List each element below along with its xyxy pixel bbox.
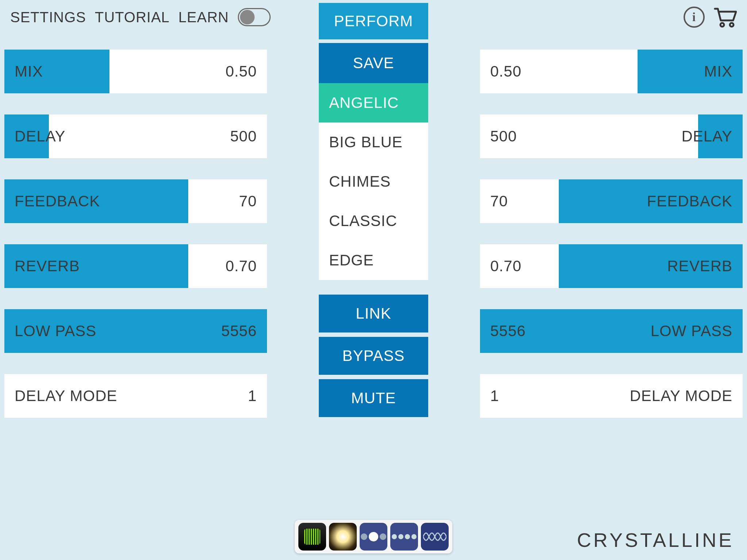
param-value: 0.50 (53, 63, 267, 80)
info-icon[interactable]: i (684, 7, 705, 28)
app-icon-1[interactable] (298, 523, 326, 551)
param-value: 70 (110, 192, 267, 210)
param-value: 1 (480, 387, 619, 405)
param-value: 0.50 (480, 63, 694, 80)
app-icon-2[interactable] (329, 523, 357, 551)
app-icon-bar (295, 520, 452, 553)
param-label: REVERB (4, 257, 90, 275)
param-mix[interactable]: MIX0.50 (4, 50, 267, 93)
param-feedback[interactable]: FEEDBACK70 (480, 179, 743, 223)
learn-button[interactable]: LEARN (178, 9, 229, 26)
preset-classic[interactable]: CLASSIC (319, 201, 428, 241)
app-icon-4[interactable] (390, 523, 418, 551)
param-feedback[interactable]: FEEDBACK70 (4, 179, 267, 223)
perform-button[interactable]: PERFORM (319, 3, 428, 39)
param-delay-mode[interactable]: DELAY MODE1 (480, 374, 743, 418)
param-mix[interactable]: MIX0.50 (480, 50, 743, 93)
param-delay-mode[interactable]: DELAY MODE1 (4, 374, 267, 418)
preset-edge[interactable]: EDGE (319, 241, 428, 280)
param-value: 70 (480, 192, 637, 210)
param-low-pass[interactable]: LOW PASS5556 (480, 309, 743, 353)
param-label: DELAY (671, 128, 743, 145)
learn-toggle[interactable] (238, 8, 271, 26)
mute-button[interactable]: MUTE (319, 379, 428, 417)
param-label: MIX (694, 63, 743, 80)
center-column: PERFORM SAVE ANGELICBIG BLUECHIMESCLASSI… (319, 3, 428, 421)
param-reverb[interactable]: REVERB0.70 (480, 244, 743, 288)
preset-list: ANGELICBIG BLUECHIMESCLASSICEDGE (319, 83, 428, 280)
param-value: 0.70 (480, 257, 657, 275)
control-buttons: LINK BYPASS MUTE (319, 295, 428, 421)
link-button[interactable]: LINK (319, 295, 428, 332)
param-delay[interactable]: DELAY500 (480, 114, 743, 158)
param-label: DELAY (4, 128, 76, 145)
bypass-button[interactable]: BYPASS (319, 337, 428, 375)
param-reverb[interactable]: REVERB0.70 (4, 244, 267, 288)
app-name-label: CRYSTALLINE (577, 529, 734, 551)
app-icon-5[interactable] (421, 523, 449, 551)
tutorial-button[interactable]: TUTORIAL (95, 9, 170, 26)
right-params-column: MIX0.50DELAY500FEEDBACK70REVERB0.70LOW P… (480, 32, 743, 418)
param-label: LOW PASS (640, 322, 743, 340)
param-label: DELAY MODE (4, 387, 128, 405)
toggle-knob (240, 10, 255, 24)
svg-point-1 (730, 23, 734, 27)
param-label: DELAY MODE (619, 387, 743, 405)
param-value: 500 (480, 128, 671, 145)
left-params-column: MIX0.50DELAY500FEEDBACK70REVERB0.70LOW P… (4, 32, 267, 418)
preset-chimes[interactable]: CHIMES (319, 162, 428, 201)
settings-button[interactable]: SETTINGS (10, 9, 86, 26)
param-value: 500 (76, 128, 267, 145)
preset-big-blue[interactable]: BIG BLUE (319, 122, 428, 162)
param-label: REVERB (657, 257, 743, 275)
param-label: MIX (4, 63, 53, 80)
param-label: LOW PASS (4, 322, 107, 340)
param-value: 1 (128, 387, 267, 405)
param-value: 0.70 (90, 257, 267, 275)
save-button[interactable]: SAVE (319, 43, 428, 83)
svg-point-0 (720, 23, 724, 27)
footer: CRYSTALLINE (0, 520, 747, 553)
param-low-pass[interactable]: LOW PASS5556 (4, 309, 267, 353)
param-value: 5556 (480, 322, 640, 340)
param-delay[interactable]: DELAY500 (4, 114, 267, 158)
preset-angelic[interactable]: ANGELIC (319, 83, 428, 122)
app-icon-3[interactable] (360, 523, 387, 551)
param-label: FEEDBACK (637, 192, 743, 210)
param-label: FEEDBACK (4, 192, 110, 210)
param-value: 5556 (107, 322, 267, 340)
cart-icon[interactable] (713, 7, 737, 28)
